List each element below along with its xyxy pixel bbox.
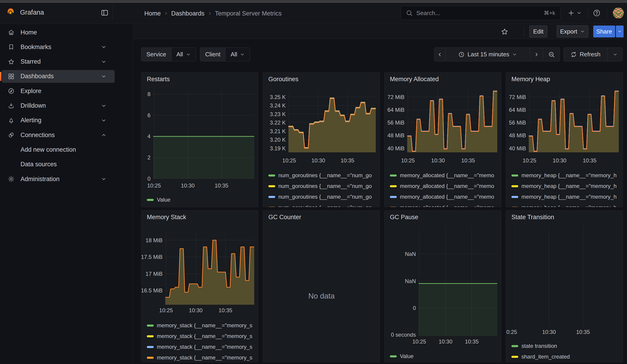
panel-title[interactable]: GC Counter [268, 214, 301, 221]
help-button[interactable] [593, 7, 601, 19]
question-icon [593, 9, 601, 17]
x-axis-tick-label: 10:30 [542, 329, 556, 335]
panel-gc-pause: GC PauseNaNNaN00 seconds10:2510:3010:35V… [384, 210, 501, 363]
x-axis-tick-label: 10:35 [341, 157, 354, 163]
share-button[interactable]: Share [593, 26, 615, 37]
nav-header-divider [112, 6, 113, 20]
legend-label: Value [157, 197, 170, 203]
refresh-icon [571, 51, 577, 58]
edit-button[interactable]: Edit [529, 26, 547, 37]
x-axis-tick-label: 10:30 [431, 157, 445, 163]
sidebar-item-home[interactable]: Home [2, 26, 115, 39]
legend-color [268, 174, 275, 177]
legend-item[interactable]: memory_stack {__name__="memory_s [147, 333, 256, 339]
legend-item[interactable]: Value [390, 353, 499, 360]
search-icon [406, 9, 413, 16]
link-icon [8, 132, 15, 138]
share-menu-button[interactable] [616, 26, 624, 37]
panel-chart[interactable]: 8642010:2510:3010:35 [141, 73, 258, 207]
time-back-button[interactable] [434, 48, 445, 61]
x-axis-tick-label: 10:25 [159, 307, 173, 313]
sidebar-item-alerting[interactable]: Alerting [2, 114, 115, 127]
breadcrumb-item[interactable]: Dashboards [171, 10, 205, 17]
panel-chart[interactable]: 0:2510:3010:35 [506, 210, 623, 363]
panel-chart[interactable]: NaNNaN00 seconds10:2510:3010:35 [384, 210, 501, 363]
export-button[interactable]: Export [557, 26, 588, 37]
sidebar-item-starred[interactable]: Starred [2, 55, 115, 68]
sidebar-item-data-sources[interactable]: Data sources [2, 158, 115, 171]
sidebar-item-administration[interactable]: Administration [2, 173, 115, 185]
time-forward-button[interactable] [530, 48, 543, 61]
zoom-out-button[interactable] [543, 48, 560, 61]
grafana-logo[interactable] [6, 7, 15, 17]
x-axis-tick-label: 10:35 [214, 182, 228, 189]
y-axis-tick-label: 0 seconds [391, 332, 416, 338]
y-axis-tick-label: 3.22 K [270, 119, 286, 126]
sidebar-item-bookmarks[interactable]: Bookmarks [2, 41, 115, 53]
legend-item[interactable]: num_goroutines {__name__="num_go [268, 183, 378, 189]
legend-item[interactable]: memory_heap {__name__="memory_h [511, 172, 621, 179]
breadcrumb-item[interactable]: Home [144, 10, 161, 17]
time-controls: Last 15 minutes [434, 48, 560, 61]
legend-item[interactable]: memory_allocated {__name__="memo [390, 194, 499, 200]
x-axis-tick-label: 10:25 [401, 157, 415, 163]
legend-label: memory_allocated {__name__="memo [400, 204, 494, 207]
favorite-star-icon[interactable] [501, 28, 508, 36]
refresh-button[interactable]: Refresh [564, 48, 607, 61]
sidebar-item-label: Alerting [20, 117, 42, 124]
y-axis-tick-label: 40 MiB [387, 145, 405, 152]
refresh-interval-button[interactable] [607, 48, 623, 61]
add-button[interactable] [568, 7, 582, 19]
legend-color [390, 185, 397, 187]
search-shortcut: ⌘+k [544, 10, 555, 16]
legend-item[interactable]: memory_stack {__name__="memory_s [147, 344, 256, 350]
avatar[interactable] [613, 7, 624, 18]
y-axis-tick-label: 0 [413, 305, 416, 311]
x-axis-tick-label: 10:35 [465, 338, 478, 345]
chevron-down-icon [101, 118, 106, 123]
sidebar-collapse-icon[interactable] [100, 8, 109, 18]
search-input[interactable]: Search... ⌘+k [401, 6, 560, 20]
legend-item[interactable]: memory_allocated {__name__="memo [390, 172, 499, 179]
legend-item[interactable]: memory_heap {__name__="memory_h [511, 204, 621, 207]
edit-button-label: Edit [533, 28, 544, 35]
filter-value-dropdown[interactable]: All [171, 48, 196, 61]
no-data-text: No data [308, 292, 335, 300]
sidebar-item-connections[interactable]: Connections [2, 129, 115, 141]
y-axis-tick-label: 0 [148, 176, 151, 182]
legend-label: memory_stack {__name__="memory_s [157, 354, 252, 361]
legend-item[interactable]: memory_heap {__name__="memory_h [511, 194, 621, 200]
sidebar-item-drilldown[interactable]: Drilldown [2, 100, 115, 112]
x-axis-tick-label: 10:35 [461, 157, 475, 163]
sidebar-item-explore[interactable]: Explore [2, 85, 115, 97]
legend-item[interactable]: memory_heap {__name__="memory_h [511, 183, 621, 189]
legend-item[interactable]: num_goroutines {__name__="num_go [268, 172, 378, 179]
legend-item[interactable]: memory_stack {__name__="memory_s [147, 354, 256, 361]
sidebar-item-dashboards[interactable]: Dashboards [2, 70, 115, 83]
legend-item[interactable]: memory_stack {__name__="memory_s [147, 322, 256, 329]
panel-memory-stack: Memory Stack18 MiB17.5 MiB17 MiB16.5 MiB… [141, 210, 258, 363]
sidebar-item-add-new-connection[interactable]: Add new connection [2, 143, 115, 156]
legend-item[interactable]: state transition [511, 343, 621, 349]
breadcrumb: HomeDashboardsTemporal Server Metrics [144, 3, 282, 24]
legend-item[interactable]: Value [147, 197, 256, 203]
x-axis-tick-label: 10:30 [181, 182, 195, 189]
chevron-down-icon [618, 29, 622, 34]
legend-item[interactable]: shard_item_created [511, 354, 621, 360]
legend-label: memory_allocated {__name__="memo [400, 194, 494, 200]
share-button-label: Share [596, 28, 612, 35]
chevron-down-icon [613, 52, 618, 57]
legend-item[interactable]: memory_allocated {__name__="memo [390, 183, 499, 189]
panel-state-transition: State Transition0:2510:3010:35state tran… [506, 210, 623, 363]
legend-item[interactable]: num_goroutines {__name__="num_go [268, 194, 378, 200]
filter-value-dropdown[interactable]: All [225, 48, 250, 61]
legend-item[interactable]: num_goroutines {__name__="num_go [268, 204, 378, 207]
chevron-down-icon [101, 59, 106, 64]
legend-item[interactable]: memory_allocated {__name__="memo [390, 204, 499, 207]
legend-color [147, 357, 154, 359]
panel-chart[interactable]: 18 MiB17.5 MiB17 MiB16.5 MiB10:2510:3010… [141, 210, 258, 363]
y-axis-tick-label: 18 MiB [146, 237, 162, 243]
time-range-picker[interactable]: Last 15 minutes [445, 48, 530, 61]
legend-color [511, 196, 518, 198]
y-axis-tick-label: 6 [148, 112, 151, 118]
